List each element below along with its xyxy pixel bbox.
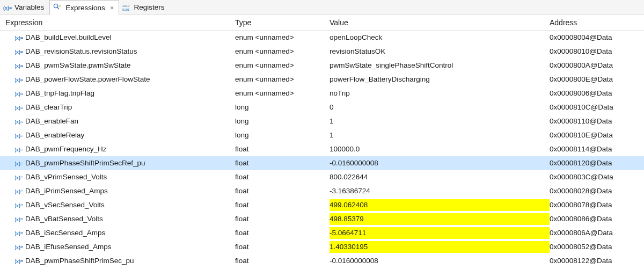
variable-icon: (x)= <box>15 103 24 112</box>
table-row[interactable]: (x)=DAB_powerFlowState.powerFlowStateenu… <box>0 72 644 86</box>
table-row[interactable]: (x)=DAB_buildLevel.buildLevelenum <unnam… <box>0 31 644 45</box>
expression-cell: (x)=DAB_iSecSensed_Amps <box>5 227 235 239</box>
value-cell[interactable]: -5.0664711 <box>330 227 550 239</box>
expression-cell: (x)=DAB_iPrimSensed_Amps <box>5 185 235 197</box>
header-value[interactable]: Value <box>330 18 550 27</box>
value-text: -0.0160000008 <box>330 157 378 169</box>
variable-icon: (x)= <box>15 229 24 237</box>
variables-icon: (x)= <box>3 3 12 12</box>
address-cell: 0x00008052@Data <box>550 241 644 253</box>
value-cell[interactable]: 499.062408 <box>330 199 550 211</box>
tab-expressions[interactable]: = Expressions × <box>49 0 119 15</box>
value-cell[interactable]: 100000.0 <box>330 143 550 155</box>
type-cell: enum <unnamed> <box>235 60 330 71</box>
type-cell: enum <unnamed> <box>235 46 330 57</box>
table-row[interactable]: (x)=DAB_vPrimSensed_Voltsfloat800.022644… <box>0 170 644 184</box>
table-row[interactable]: (x)=DAB_pwmPhaseShiftPrimSec_pufloat-0.0… <box>0 254 644 268</box>
tab-label: Variables <box>14 3 44 11</box>
value-cell[interactable]: noTrip <box>330 88 550 99</box>
expression-name: DAB_iEfuseSensed_Amps <box>25 241 112 253</box>
type-cell: float <box>235 157 330 169</box>
svg-text:(x)=: (x)= <box>15 77 23 83</box>
type-cell: float <box>235 185 330 197</box>
expressions-table: (x)=DAB_buildLevel.buildLevelenum <unnam… <box>0 31 644 268</box>
table-row[interactable]: (x)=DAB_iEfuseSensed_Ampsfloat1.40330195… <box>0 240 644 254</box>
expression-cell: (x)=DAB_powerFlowState.powerFlowState <box>5 74 235 85</box>
table-row[interactable]: (x)=DAB_vBatSensed_Voltsfloat498.853790x… <box>0 212 644 226</box>
svg-text:(x)=: (x)= <box>15 133 23 139</box>
value-text: 498.85379 <box>330 213 364 225</box>
header-address[interactable]: Address <box>550 18 644 27</box>
table-row[interactable]: (x)=DAB_clearTriplong00x0000810C@Data <box>0 100 644 114</box>
value-cell[interactable]: 1.40330195 <box>330 241 550 253</box>
variable-icon: (x)= <box>15 257 24 265</box>
expression-name: DAB_pwmSwState.pwmSwState <box>25 60 131 71</box>
tab-label: Expressions <box>65 4 105 12</box>
value-cell[interactable]: pwmSwState_singlePhaseShiftControl <box>330 60 550 71</box>
table-row[interactable]: (x)=DAB_enableFanlong10x00008110@Data <box>0 114 644 128</box>
svg-text:(x)=: (x)= <box>15 245 23 250</box>
expressions-icon: = <box>53 3 63 12</box>
value-cell[interactable]: -3.16386724 <box>330 185 550 197</box>
header-type[interactable]: Type <box>235 18 330 27</box>
value-cell[interactable]: 800.022644 <box>330 171 550 183</box>
value-cell[interactable]: openLoopCheck <box>330 32 550 43</box>
value-cell[interactable]: 1 <box>330 129 550 141</box>
value-cell[interactable]: 498.85379 <box>330 213 550 225</box>
expression-cell: (x)=DAB_pwmPhaseShiftPrimSecRef_pu <box>5 157 235 169</box>
svg-text:(x)=: (x)= <box>15 105 23 111</box>
address-cell: 0x00008028@Data <box>550 185 644 197</box>
table-row[interactable]: (x)=DAB_pwmFrequency_Hzfloat100000.00x00… <box>0 142 644 156</box>
tab-bar: (x)= Variables = Expressions × 10100101 … <box>0 0 644 15</box>
value-text: powerFlow_BatteryDischarging <box>330 74 430 85</box>
expression-cell: (x)=DAB_iEfuseSensed_Amps <box>5 241 235 253</box>
value-cell[interactable]: -0.0160000008 <box>330 255 550 267</box>
type-cell: float <box>235 255 330 267</box>
value-text: -0.0160000008 <box>330 255 378 267</box>
svg-text:(x)=: (x)= <box>3 5 12 11</box>
table-row[interactable]: (x)=DAB_iSecSensed_Ampsfloat-5.06647110x… <box>0 226 644 240</box>
table-row[interactable]: (x)=DAB_pwmSwState.pwmSwStateenum <unnam… <box>0 59 644 72</box>
variable-icon: (x)= <box>15 173 24 181</box>
value-cell[interactable]: revisionStatusOK <box>330 46 550 57</box>
tab-variables[interactable]: (x)= Variables <box>0 0 49 14</box>
tab-registers[interactable]: 10100101 Registers <box>119 0 170 14</box>
value-text: 0 <box>330 101 334 113</box>
table-row[interactable]: (x)=DAB_pwmPhaseShiftPrimSecRef_pufloat-… <box>0 156 644 170</box>
close-icon[interactable]: × <box>110 4 114 11</box>
type-cell: long <box>235 129 330 141</box>
value-cell[interactable]: 1 <box>330 115 550 127</box>
address-cell: 0x0000810C@Data <box>550 101 644 113</box>
table-row[interactable]: (x)=DAB_vSecSensed_Voltsfloat499.0624080… <box>0 198 644 212</box>
type-cell: float <box>235 213 330 225</box>
table-row[interactable]: (x)=DAB_revisionStatus.revisionStatusenu… <box>0 45 644 59</box>
expression-name: DAB_vPrimSensed_Volts <box>25 171 107 183</box>
value-cell[interactable]: -0.0160000008 <box>330 157 550 169</box>
type-cell: float <box>235 171 330 183</box>
table-row[interactable]: (x)=DAB_tripFlag.tripFlagenum <unnamed>n… <box>0 86 644 100</box>
expression-cell: (x)=DAB_pwmSwState.pwmSwState <box>5 60 235 71</box>
variable-icon: (x)= <box>15 75 24 84</box>
svg-text:(x)=: (x)= <box>15 259 23 264</box>
variable-icon: (x)= <box>15 145 24 154</box>
variable-icon: (x)= <box>15 61 24 70</box>
address-cell: 0x00008120@Data <box>550 157 644 169</box>
value-cell[interactable]: powerFlow_BatteryDischarging <box>330 74 550 85</box>
value-text: -3.16386724 <box>330 185 370 197</box>
expression-name: DAB_pwmFrequency_Hz <box>25 143 107 155</box>
expression-name: DAB_iPrimSensed_Amps <box>25 185 108 197</box>
header-expression[interactable]: Expression <box>5 18 235 27</box>
svg-text:(x)=: (x)= <box>15 91 23 97</box>
table-row[interactable]: (x)=DAB_iPrimSensed_Ampsfloat-3.16386724… <box>0 184 644 198</box>
variable-icon: (x)= <box>15 215 24 223</box>
expression-name: DAB_enableFan <box>25 115 78 127</box>
table-row[interactable]: (x)=DAB_enableRelaylong10x0000810E@Data <box>0 128 644 142</box>
expression-cell: (x)=DAB_buildLevel.buildLevel <box>5 32 235 43</box>
svg-text:(x)=: (x)= <box>15 161 23 166</box>
expression-name: DAB_buildLevel.buildLevel <box>25 32 112 43</box>
svg-text:1010: 1010 <box>122 4 130 8</box>
registers-icon: 10100101 <box>122 3 131 12</box>
expression-name: DAB_vBatSensed_Volts <box>25 213 103 225</box>
value-cell[interactable]: 0 <box>330 101 550 113</box>
svg-point-1 <box>54 4 58 8</box>
